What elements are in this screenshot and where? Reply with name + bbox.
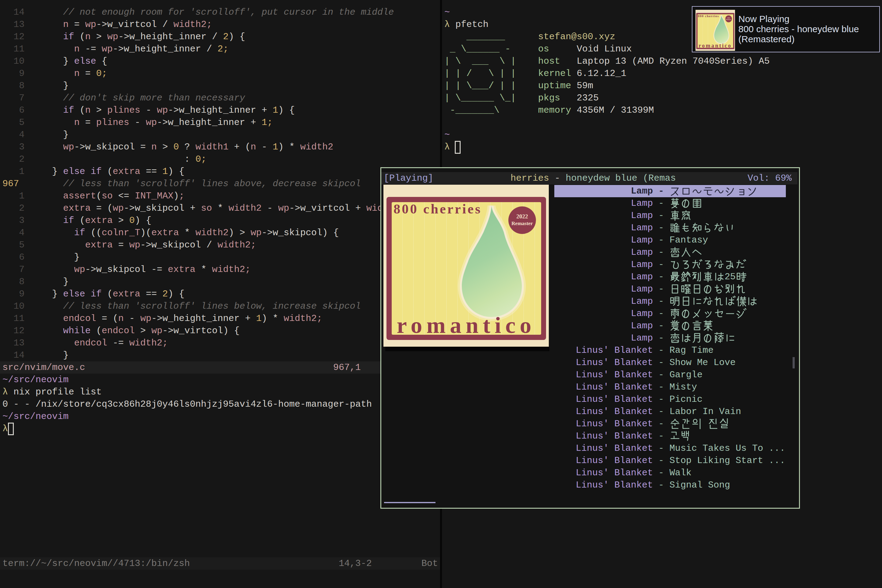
svg-text:romantico: romantico	[699, 42, 732, 49]
svg-text:2022: 2022	[516, 213, 528, 220]
svg-text:Remaster: Remaster	[726, 19, 731, 20]
svg-text:2022: 2022	[728, 17, 730, 19]
svg-text:Remaster: Remaster	[512, 220, 533, 226]
svg-text:800 cherries: 800 cherries	[698, 14, 719, 18]
svg-text:romantico: romantico	[397, 312, 536, 338]
svg-text:800 cherries: 800 cherries	[393, 201, 482, 216]
